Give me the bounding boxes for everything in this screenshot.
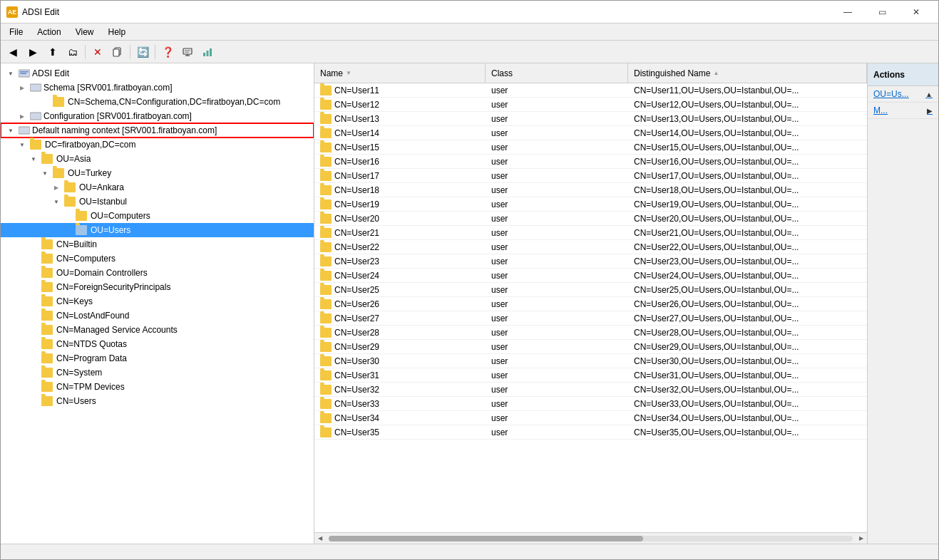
close-button[interactable]: ✕ <box>900 2 933 22</box>
list-row[interactable]: CN=User20userCN=User20,OU=Users,OU=Istan… <box>314 212 867 226</box>
cell-name: CN=User20 <box>314 212 486 225</box>
list-row[interactable]: CN=User35userCN=User35,OU=Users,OU=Istan… <box>314 425 867 440</box>
list-row[interactable]: CN=User18userCN=User18,OU=Users,OU=Istan… <box>314 183 867 197</box>
tree-cn-tpm[interactable]: ▶ CN=TPM Devices <box>1 380 314 394</box>
istanbul-expand-icon[interactable]: ▼ <box>51 196 62 207</box>
tree-cn-schema[interactable]: ▶ CN=Schema,CN=Configuration,DC=firatboy… <box>1 95 314 109</box>
tree-ou-dc-label: OU=Domain Controllers <box>56 268 148 278</box>
tree-root[interactable]: ▼ ADSI Edit <box>1 66 314 81</box>
config-expand-icon[interactable]: ▶ <box>16 110 28 122</box>
tree-ou-istanbul[interactable]: ▼ OU=Istanbul <box>1 195 314 209</box>
default-naming-expand-icon[interactable]: ▼ <box>5 125 16 136</box>
tree-schema[interactable]: ▶ Schema [SRV001.firatboyan.com] <box>1 81 314 95</box>
col-header-class[interactable]: Class <box>486 63 628 83</box>
list-row[interactable]: CN=User23userCN=User23,OU=Users,OU=Istan… <box>314 254 867 269</box>
list-folder-icon <box>320 356 332 366</box>
menu-view[interactable]: View <box>70 26 100 38</box>
toolbar-copy[interactable] <box>108 43 127 61</box>
col-header-dn[interactable]: Distinguished Name ▲ <box>628 63 867 83</box>
tree-ou-users[interactable]: ▶ OU=Users <box>1 223 314 237</box>
ankara-expand-icon[interactable]: ▶ <box>51 182 62 193</box>
tree-cn-builtin[interactable]: ▶ CN=Builtin <box>1 237 314 252</box>
tree-cn-fsp[interactable]: ▶ CN=ForeignSecurityPrincipals <box>1 280 314 294</box>
list-row[interactable]: CN=User11userCN=User11,OU=Users,OU=Istan… <box>314 83 867 98</box>
list-row[interactable]: CN=User14userCN=User14,OU=Users,OU=Istan… <box>314 126 867 140</box>
toolbar-chart[interactable] <box>198 43 217 61</box>
list-row[interactable]: CN=User26userCN=User26,OU=Users,OU=Istan… <box>314 297 867 311</box>
menu-file[interactable]: File <box>4 26 29 38</box>
h-scrollbar[interactable]: ◀ ▶ <box>314 532 867 544</box>
tree-cn-keys[interactable]: ▶ CN=Keys <box>1 294 314 308</box>
cell-name: CN=User14 <box>314 126 486 140</box>
toolbar-up[interactable]: ⬆ <box>43 43 62 61</box>
cell-name: CN=User17 <box>314 169 486 182</box>
tree-ou-asia[interactable]: ▼ OU=Asia <box>1 152 314 166</box>
menu-help[interactable]: Help <box>103 26 132 38</box>
asia-expand-icon[interactable]: ▼ <box>28 153 39 165</box>
tree-ou-dc[interactable]: ▶ OU=Domain Controllers <box>1 266 314 280</box>
list-row[interactable]: CN=User13userCN=User13,OU=Users,OU=Istan… <box>314 112 867 126</box>
cn-computers-folder-icon <box>41 254 53 264</box>
list-row[interactable]: CN=User27userCN=User27,OU=Users,OU=Istan… <box>314 311 867 326</box>
tree-default-naming[interactable]: ▼ Default naming context [SRV001.firatbo… <box>1 123 314 138</box>
tree-cn-system[interactable]: ▶ CN=System <box>1 365 314 380</box>
toolbar-delete[interactable]: ✕ <box>88 43 107 61</box>
tree-cn-ntds[interactable]: ▶ CN=NTDS Quotas <box>1 337 314 351</box>
row-name-text: CN=User12 <box>334 100 379 110</box>
dc-expand-icon[interactable]: ▼ <box>16 139 28 150</box>
action-ou-users[interactable]: OU=Us... ▲ <box>868 86 938 103</box>
col-header-name[interactable]: Name ▼ <box>314 63 486 83</box>
toolbar-refresh[interactable]: 🔄 <box>133 43 152 61</box>
tree-ou-computers[interactable]: ▶ OU=Computers <box>1 209 314 223</box>
list-row[interactable]: CN=User31userCN=User31,OU=Users,OU=Istan… <box>314 368 867 383</box>
toolbar-forward[interactable]: ▶ <box>24 43 42 61</box>
list-row[interactable]: CN=User17userCN=User17,OU=Users,OU=Istan… <box>314 169 867 183</box>
list-row[interactable]: CN=User25userCN=User25,OU=Users,OU=Istan… <box>314 283 867 297</box>
list-row[interactable]: CN=User34userCN=User34,OU=Users,OU=Istan… <box>314 411 867 425</box>
cell-dn: CN=User23,OU=Users,OU=Istanbul,OU=... <box>628 254 867 268</box>
list-row[interactable]: CN=User12userCN=User12,OU=Users,OU=Istan… <box>314 98 867 112</box>
toolbar-sep3 <box>155 45 155 59</box>
tree-cn-users-label: CN=Users <box>56 396 96 406</box>
scroll-left-arrow[interactable]: ◀ <box>314 533 326 544</box>
schema-expand-icon[interactable]: ▶ <box>16 82 28 93</box>
list-row[interactable]: CN=User32userCN=User32,OU=Users,OU=Istan… <box>314 383 867 397</box>
list-row[interactable]: CN=User28userCN=User28,OU=Users,OU=Istan… <box>314 326 867 340</box>
root-expand-icon[interactable]: ▼ <box>5 68 16 79</box>
menu-action[interactable]: Action <box>31 26 66 38</box>
minimize-button[interactable]: — <box>831 2 864 22</box>
tree-ou-turkey[interactable]: ▼ OU=Turkey <box>1 166 314 180</box>
toolbar-folder[interactable]: 🗂 <box>63 43 82 61</box>
turkey-expand-icon[interactable]: ▼ <box>39 167 51 179</box>
list-row[interactable]: CN=User22userCN=User22,OU=Users,OU=Istan… <box>314 240 867 254</box>
list-row[interactable]: CN=User15userCN=User15,OU=Users,OU=Istan… <box>314 140 867 155</box>
list-row[interactable]: CN=User16userCN=User16,OU=Users,OU=Istan… <box>314 155 867 169</box>
tree-config[interactable]: ▶ Configuration [SRV001.firatboyan.com] <box>1 109 314 123</box>
tree-cn-computers[interactable]: ▶ CN=Computers <box>1 252 314 266</box>
list-row[interactable]: CN=User21userCN=User21,OU=Users,OU=Istan… <box>314 226 867 240</box>
action-m[interactable]: M... ▶ <box>868 103 938 119</box>
tree-cn-programdata[interactable]: ▶ CN=Program Data <box>1 351 314 365</box>
list-row[interactable]: CN=User29userCN=User29,OU=Users,OU=Istan… <box>314 340 867 354</box>
tree-root-label: ADSI Edit <box>32 68 69 78</box>
list-row[interactable]: CN=User24userCN=User24,OU=Users,OU=Istan… <box>314 269 867 283</box>
list-row[interactable]: CN=User19userCN=User19,OU=Users,OU=Istan… <box>314 197 867 212</box>
toolbar-help[interactable]: ❓ <box>158 43 177 61</box>
tree-dc-firatboyan[interactable]: ▼ DC=firatboyan,DC=com <box>1 138 314 152</box>
list-row[interactable]: CN=User30userCN=User30,OU=Users,OU=Istan… <box>314 354 867 368</box>
row-name-text: CN=User32 <box>334 385 379 395</box>
cell-dn: CN=User11,OU=Users,OU=Istanbul,OU=... <box>628 83 867 97</box>
list-row[interactable]: CN=User33userCN=User33,OU=Users,OU=Istan… <box>314 397 867 411</box>
tree-ntds-label: CN=NTDS Quotas <box>56 339 127 349</box>
cell-dn: CN=User32,OU=Users,OU=Istanbul,OU=... <box>628 383 867 396</box>
toolbar-back[interactable]: ◀ <box>4 43 22 61</box>
toolbar-server[interactable] <box>178 43 197 61</box>
scroll-thumb-h[interactable] <box>329 536 643 541</box>
maximize-button[interactable]: ▭ <box>866 2 898 22</box>
tree-cn-msa[interactable]: ▶ CN=Managed Service Accounts <box>1 323 314 337</box>
scroll-right-arrow[interactable]: ▶ <box>856 533 867 544</box>
tree-cn-users[interactable]: ▶ CN=Users <box>1 394 314 408</box>
list-panel: Name ▼ Class Distinguished Name ▲ CN=Use… <box>314 63 867 544</box>
tree-ou-ankara[interactable]: ▶ OU=Ankara <box>1 180 314 195</box>
tree-cn-laf[interactable]: ▶ CN=LostAndFound <box>1 308 314 323</box>
